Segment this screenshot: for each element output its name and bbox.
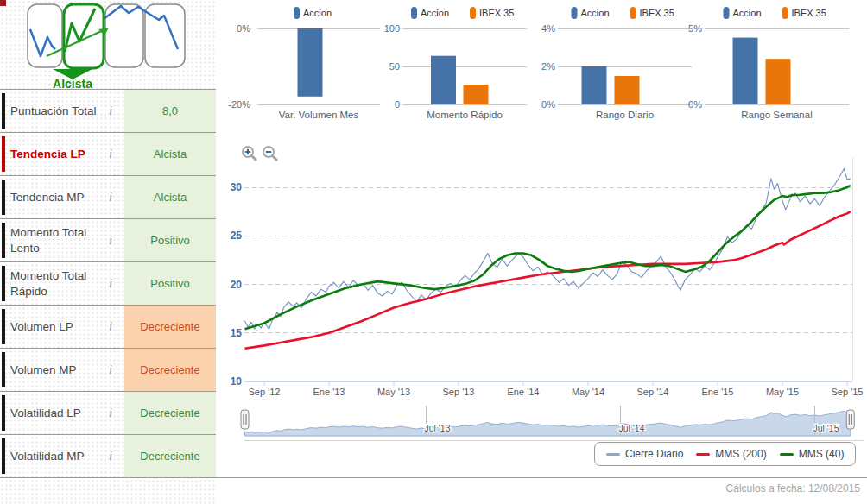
mini-legend-label: IBEX 35 — [479, 8, 514, 18]
x-axis-label: May '13 — [377, 387, 410, 397]
row-accent-bar — [2, 93, 5, 129]
indicator-label: Volumen MP — [10, 349, 97, 391]
legend-item[interactable]: MMS (40) — [780, 448, 845, 460]
x-axis-label: Sep '14 — [637, 387, 669, 397]
x-axis-label: Sep '13 — [443, 387, 475, 397]
mini-legend-label: Accion — [303, 8, 332, 18]
row-accent-bar — [2, 136, 5, 172]
y-axis-label: 30 — [231, 181, 243, 193]
bar-accion — [733, 38, 758, 104]
indicator-row: Tendencia MPiAlcista — [0, 176, 216, 219]
trend-logo-graphic: Alcista — [26, 2, 190, 91]
mini-legend-label: Accion — [581, 8, 610, 18]
indicator-value: Decreciente — [124, 435, 216, 477]
bar-ibex35 — [766, 59, 791, 104]
indicator-value: Decreciente — [124, 392, 216, 434]
mini-charts: 0%-20%AccionVar. Volumen Mes100500Accion… — [220, 0, 867, 129]
indicator-value: Alcista — [124, 176, 216, 218]
legend-pill — [572, 7, 578, 19]
x-axis-label: Ene '15 — [702, 387, 734, 397]
indicator-row: Puntuación Totali8,0 — [0, 90, 216, 133]
trend-logo: Alcista — [26, 2, 190, 91]
mini-chart: 5%0%AccionIBEX 35Rango Semanal — [688, 7, 849, 120]
mini-axis-tick: 0 — [395, 99, 400, 110]
legend-label: MMS (200) — [715, 448, 766, 460]
mini-legend-label: IBEX 35 — [640, 8, 674, 18]
indicator-row: Momento Total LentoiPositivo — [0, 219, 216, 262]
mini-legend-label: IBEX 35 — [792, 8, 826, 18]
legend-swatch — [780, 453, 794, 456]
legend-pill — [294, 7, 300, 19]
row-accent-bar — [2, 266, 5, 301]
info-icon[interactable]: i — [97, 435, 124, 477]
mini-chart-title: Momento Rápido — [427, 110, 503, 120]
mini-chart: 0%-20%AccionVar. Volumen Mes — [228, 7, 380, 120]
footer-date: Cálculos a fecha: 12/08/2015 — [726, 482, 860, 495]
navigator-tick-label: Jul '13 — [425, 423, 451, 433]
x-axis-label: Ene '14 — [508, 387, 540, 397]
mini-chart-title: Rango Semanal — [741, 110, 812, 120]
navigator-tick-label: Jul '14 — [619, 423, 645, 433]
y-axis-label: 15 — [231, 327, 243, 339]
x-axis-label: May '14 — [572, 387, 604, 397]
mini-legend-label: Accion — [733, 8, 762, 18]
indicator-label: Puntuación Total — [10, 90, 97, 132]
x-axis-label: Ene '13 — [313, 387, 345, 397]
navigator-left-handle[interactable] — [241, 410, 249, 429]
corner-mark — [0, 0, 6, 6]
bar-accion — [431, 56, 456, 104]
mini-chart: 100500AccionIBEX 35Momento Rápido — [384, 7, 527, 120]
indicator-label: Momento Total Lento — [10, 219, 97, 261]
series-line — [245, 169, 851, 330]
info-icon[interactable]: i — [97, 133, 124, 175]
indicator-label: Tendencia MP — [10, 176, 97, 218]
legend-pill — [411, 7, 417, 19]
indicator-value: Decreciente — [124, 349, 216, 391]
mini-chart: 4%2%0%AccionIBEX 35Rango Diario — [541, 7, 692, 120]
info-icon[interactable]: i — [97, 90, 124, 132]
indicator-panel: Alcista Puntuación Totali8,0Tendencia LP… — [0, 0, 216, 504]
legend-pill — [470, 7, 476, 19]
info-icon[interactable]: i — [97, 176, 124, 218]
legend-swatch — [606, 453, 620, 456]
info-icon[interactable]: i — [97, 306, 124, 348]
mini-axis-tick: 5% — [688, 23, 702, 34]
info-icon[interactable]: i — [97, 262, 124, 305]
navigator-right-handle[interactable] — [846, 410, 854, 429]
bar-accion — [298, 28, 323, 97]
info-icon[interactable]: i — [97, 219, 124, 261]
indicator-value: Positivo — [124, 262, 216, 305]
indicator-value: Alcista — [124, 133, 216, 175]
row-accent-bar — [2, 352, 5, 387]
legend-item[interactable]: Cierre Diario — [606, 448, 683, 460]
row-accent-bar — [2, 180, 5, 215]
row-accent-bar — [2, 223, 5, 258]
indicator-label: Tendencia LP — [10, 133, 97, 175]
indicator-label: Volumen LP — [10, 306, 97, 348]
row-accent-bar — [2, 395, 5, 431]
legend-swatch — [696, 453, 710, 456]
legend-pill — [630, 7, 636, 19]
x-axis-label: Sep '12 — [249, 387, 281, 397]
legend-item[interactable]: MMS (200) — [696, 448, 766, 460]
navigator-area[interactable] — [245, 411, 851, 436]
price-chart[interactable]: 3025201510Sep '12Ene '13May '13Sep '13En… — [220, 138, 867, 401]
x-axis-label: May '15 — [766, 387, 799, 397]
indicator-value: Decreciente — [124, 306, 216, 348]
info-icon[interactable]: i — [97, 392, 124, 434]
footer-divider — [0, 477, 867, 478]
legend-pill — [782, 7, 788, 19]
indicator-row: Volumen LPiDecreciente — [0, 306, 216, 349]
mini-axis-tick: 0% — [541, 99, 555, 110]
navigator-tick-label: Jul '15 — [813, 423, 839, 433]
indicator-row: Volatilidad MPiDecreciente — [0, 435, 216, 478]
mini-axis-tick: 50 — [389, 61, 400, 72]
indicator-label: Momento Total Rápido — [10, 262, 97, 305]
mini-axis-tick: -20% — [228, 99, 250, 110]
range-navigator[interactable]: Jul '13Jul '14Jul '15 — [220, 400, 867, 442]
indicator-table: Puntuación Totali8,0Tendencia LPiAlcista… — [0, 89, 216, 478]
legend-pill — [724, 7, 730, 19]
info-icon[interactable]: i — [97, 349, 124, 391]
indicator-row: Volumen MPiDecreciente — [0, 349, 216, 392]
mini-legend-label: Accion — [421, 8, 449, 18]
